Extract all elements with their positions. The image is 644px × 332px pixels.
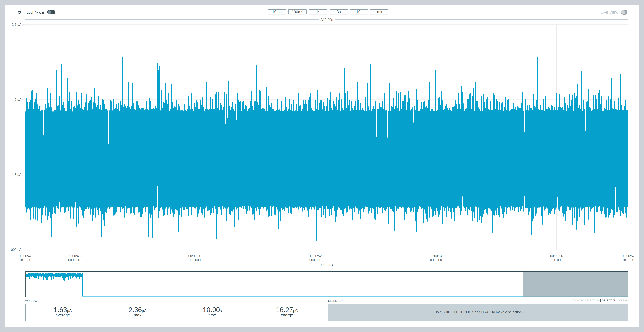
- svg-text:187.990: 187.990: [19, 258, 31, 262]
- svg-text:1.5 µA: 1.5 µA: [12, 173, 22, 177]
- svg-text:00:00:52: 00:00:52: [309, 254, 322, 258]
- svg-text:00:00:47: 00:00:47: [19, 254, 32, 258]
- svg-text:1000 nA: 1000 nA: [9, 248, 22, 252]
- svg-text:000.000: 000.000: [189, 258, 200, 262]
- svg-text:00:00:54: 00:00:54: [430, 254, 442, 258]
- svg-text:00:00:50: 00:00:50: [188, 254, 201, 258]
- svg-text:2 µA: 2 µA: [14, 98, 22, 101]
- svg-text:Δ10.00s: Δ10.00s: [320, 18, 333, 22]
- svg-text:000.000: 000.000: [309, 258, 321, 262]
- svg-text:000.000: 000.000: [68, 258, 80, 262]
- svg-text:00:00:48: 00:00:48: [68, 254, 80, 258]
- svg-text:187.990: 187.990: [622, 258, 634, 262]
- svg-text:00:00:56: 00:00:56: [550, 254, 563, 258]
- svg-text:000.000: 000.000: [430, 258, 442, 262]
- svg-text:2.5 µA: 2.5 µA: [12, 23, 22, 27]
- svg-text:000.000: 000.000: [550, 258, 562, 262]
- svg-text:Δ10.00s: Δ10.00s: [320, 263, 333, 267]
- svg-text:00:00:57: 00:00:57: [622, 254, 635, 258]
